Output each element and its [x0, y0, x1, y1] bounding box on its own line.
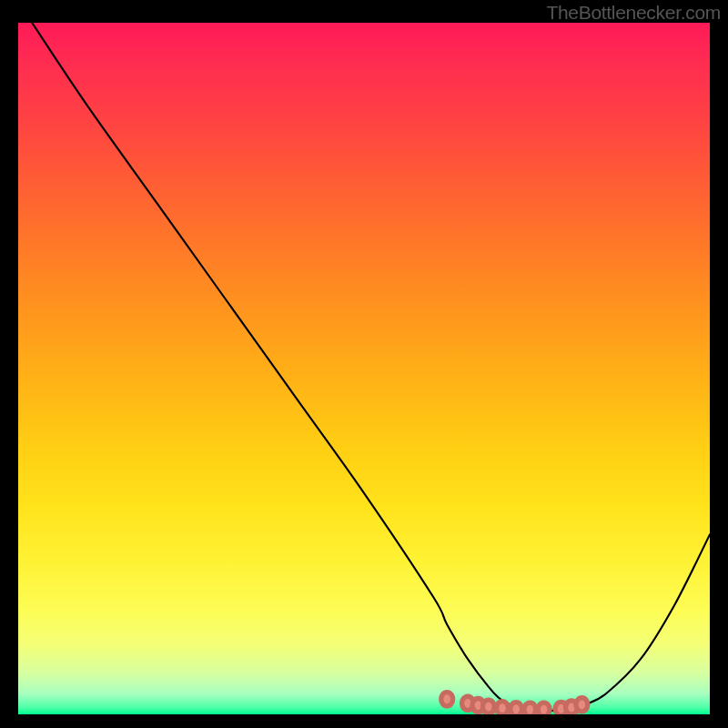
data-marker	[497, 702, 509, 714]
chart-area	[18, 23, 710, 714]
data-marker	[524, 703, 536, 714]
data-marker	[576, 698, 588, 712]
chart-svg	[18, 23, 710, 714]
data-marker	[538, 703, 550, 714]
bottleneck-curve	[32, 23, 710, 711]
marker-group	[441, 693, 588, 714]
data-marker	[441, 693, 453, 706]
data-marker	[511, 703, 522, 714]
attribution-text: TheBottlenecker.com	[546, 2, 721, 24]
data-marker	[482, 700, 494, 713]
